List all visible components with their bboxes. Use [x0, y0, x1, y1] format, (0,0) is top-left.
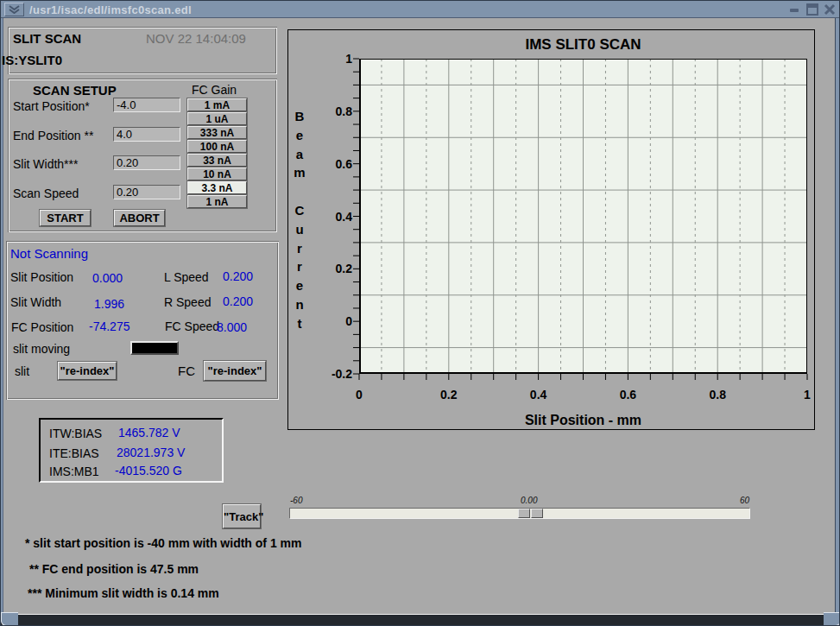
scan-setup-title: SCAN SETUP	[33, 83, 117, 98]
start-position-label: Start Position*	[13, 99, 90, 113]
slit-moving-label: slit moving	[13, 342, 70, 356]
fc-speed-value: 8.000	[217, 320, 247, 334]
x-tick-label: 0.2	[432, 388, 466, 402]
ims-mb1-value: -4015.520 G	[115, 464, 182, 477]
timestamp: NOV 22 14:04:09	[146, 31, 246, 46]
x-tick-label: 1	[790, 388, 824, 402]
maximize-button[interactable]	[805, 3, 822, 16]
device-name: IS:YSLIT0	[2, 53, 62, 67]
l-speed-value: 0.200	[223, 269, 253, 283]
y-tick-label: 0.4	[313, 210, 352, 224]
slit-width-label: Slit Width***	[13, 157, 78, 171]
fc-gain-1ma-button[interactable]: 1 mA	[187, 98, 247, 111]
end-position-label: End Position **	[13, 129, 93, 142]
l-speed-label: L Speed	[164, 270, 209, 284]
window-menu-button[interactable]	[4, 3, 24, 16]
bias-panel: ITW:BIAS 1465.782 V ITE:BIAS 28021.973 V…	[39, 418, 224, 483]
ims-mb1-label: IMS:MB1	[49, 465, 99, 478]
fc-gain-3.3na-button[interactable]: 3.3 nA	[187, 181, 247, 194]
y-axis-title-letter: m	[292, 165, 307, 180]
y-tick-label: 0	[313, 314, 352, 328]
start-position-input[interactable]	[113, 98, 180, 112]
page-title: SLIT SCAN	[13, 31, 81, 46]
window-title: /usr1/isac/edl/imsfc0scan.edl	[29, 3, 192, 16]
y-tick-label: 0.6	[313, 157, 352, 171]
y-axis-title-letter: C	[292, 203, 307, 218]
slit-position-label: Slit Position	[10, 270, 73, 284]
slit-label: slit	[15, 364, 29, 378]
fc-gain-1ua-button[interactable]: 1 uA	[187, 112, 247, 125]
end-position-input[interactable]	[113, 127, 180, 142]
scan-chart: IMS SLIT0 SCAN 10.80.60.40.20-0.2 00.20.…	[287, 29, 815, 430]
y-tick-label: 0.2	[313, 262, 352, 275]
fc-reindex-button[interactable]: "re-index"	[204, 361, 266, 381]
scan-speed-input[interactable]	[113, 185, 180, 199]
y-tick-label: 0.8	[313, 104, 352, 118]
scan-state: Not Scanning	[10, 246, 88, 261]
slider-min-label: -60	[290, 496, 302, 505]
minimize-button[interactable]	[786, 3, 804, 16]
y-axis-title-letter: r	[292, 241, 307, 256]
y-axis-title-letter: B	[292, 109, 307, 123]
slit-width-input[interactable]	[113, 155, 180, 170]
fc-position-label: FC Position	[11, 320, 73, 334]
slider-thumb-right-half	[531, 509, 543, 518]
window-frame-bottom	[1, 615, 840, 626]
x-tick-label: 0.6	[610, 388, 645, 402]
fc-gain-title: FC Gain	[192, 83, 237, 97]
footnote-3: *** Minimum slit width is 0.14 mm	[28, 586, 219, 600]
footnote-1: * slit start position is -40 mm with wid…	[25, 536, 301, 550]
scan-speed-label: Scan Speed	[13, 187, 79, 200]
slit-position-value: 0.000	[92, 271, 123, 285]
chart-plot-area	[359, 59, 807, 374]
itw-bias-label: ITW:BIAS	[49, 427, 102, 440]
y-axis-title-letter: e	[292, 278, 307, 293]
x-tick-label: 0.8	[700, 388, 735, 402]
fc-gain-1na-button[interactable]: 1 nA	[187, 195, 247, 208]
itw-bias-value: 1465.782 V	[118, 426, 180, 439]
slit-width-status-label: Slit Width	[10, 295, 61, 309]
ite-bias-value: 28021.973 V	[117, 446, 185, 459]
r-speed-value: 0.200	[223, 294, 253, 308]
x-tick-label: 0	[342, 388, 376, 402]
slit-reindex-button[interactable]: "re-index"	[58, 362, 117, 380]
titlebar[interactable]: /usr1/isac/edl/imsfc0scan.edl	[1, 1, 840, 18]
slider-thumb-left-half	[518, 509, 530, 518]
fc-gain-10na-button[interactable]: 10 nA	[187, 168, 247, 180]
y-axis-title-letter: n	[292, 297, 307, 312]
x-tick-label: 0.4	[521, 388, 556, 402]
chevron-down-icon	[9, 3, 20, 16]
slider-track[interactable]	[289, 508, 750, 519]
y-tick-label: 1	[313, 52, 352, 66]
y-axis-title-letter: e	[292, 128, 307, 142]
window-resize-corner-right[interactable]	[824, 612, 840, 626]
fc-label: FC	[178, 364, 195, 378]
track-button[interactable]: "Track"	[223, 504, 261, 528]
fc-gain-33na-button[interactable]: 33 nA	[187, 154, 247, 167]
fc-speed-label: FC Speed	[165, 319, 219, 333]
slider-value-label: 0.00	[521, 496, 537, 505]
window-frame-right	[835, 18, 840, 616]
slider-thumb[interactable]	[518, 509, 543, 518]
fc-gain-100na-button[interactable]: 100 nA	[187, 140, 247, 153]
y-axis-title-letter: u	[292, 222, 307, 237]
slit-width-status-value: 1.996	[94, 297, 124, 311]
footnote-2: ** FC end position is 47.5 mm	[29, 562, 199, 576]
abort-button[interactable]: ABORT	[114, 210, 165, 226]
window-resize-corner-left[interactable]	[1, 612, 18, 626]
slit-moving-indicator	[130, 341, 179, 355]
close-button[interactable]	[822, 3, 839, 16]
window-frame-left	[1, 18, 3, 616]
y-tick-label: -0.2	[313, 367, 352, 381]
y-axis-title-letter: t	[292, 316, 307, 331]
application-window: /usr1/isac/edl/imsfc0scan.edl SLIT SCAN …	[0, 0, 840, 626]
fc-position-value: -74.275	[89, 319, 129, 333]
chart-title: IMS SLIT0 SCAN	[359, 36, 807, 54]
y-axis-title-letter: a	[292, 147, 307, 161]
x-axis-title: Slit Position - mm	[359, 413, 807, 428]
start-button[interactable]: START	[40, 210, 91, 226]
r-speed-label: R Speed	[164, 295, 211, 309]
slider-max-label: 60	[740, 496, 749, 505]
fc-gain-333na-button[interactable]: 333 nA	[187, 126, 247, 139]
y-axis-title-letter: r	[292, 259, 307, 274]
